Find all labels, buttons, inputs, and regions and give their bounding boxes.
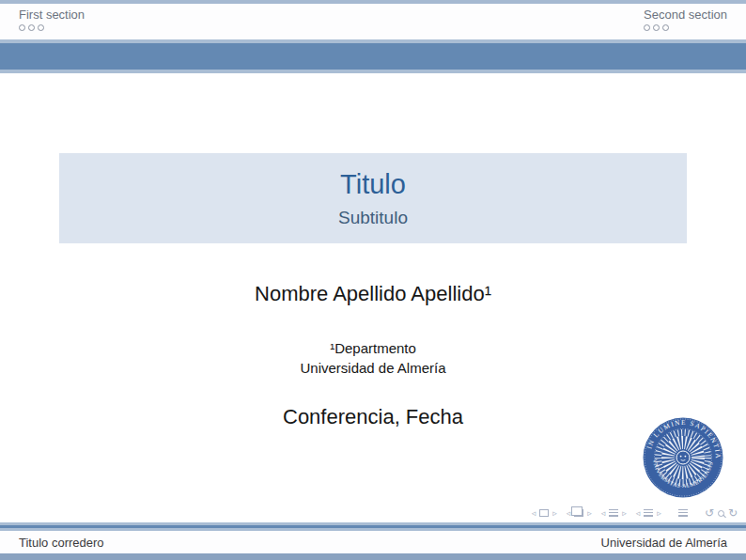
history-nav-group: ↺ ↻ [705,506,738,520]
frame-dot[interactable] [644,24,650,31]
section-left-frame-dots [19,24,85,31]
appendix-nav-group [678,509,688,517]
prev-subsection-icon[interactable]: ◃ [601,506,606,520]
footer: Titulo corredero Universidad de Almería [0,531,746,553]
university-seal-logo: IN LUMINE SAPIENTIA VNIVERSITAS ALMERIEN… [643,417,723,498]
frame-dot[interactable] [662,24,669,31]
section-right-frame-dots [644,24,727,31]
slide-subtitle: Subtitulo [338,208,408,228]
beamer-slide: First section Second section Titulo Subt… [0,0,746,560]
prev-slide-icon[interactable]: ◃ [532,506,536,520]
section-icon[interactable] [644,509,653,517]
seal-sun-face [676,451,690,464]
frame-icon[interactable] [574,509,583,517]
title-block: Titulo Subtitulo [59,153,687,243]
section-header: First section Second section [0,4,746,39]
frame-dot[interactable] [28,24,35,31]
next-slide-icon[interactable]: ▹ [552,506,557,520]
institute-line-department: ¹Departmento [0,338,746,358]
footer-short-title: Titulo corredero [19,536,104,550]
next-frame-icon[interactable]: ▹ [587,506,592,520]
bottom-accent-bar [0,553,746,560]
institute-block: ¹Departmento Universidad de Almería [0,338,746,378]
frame-dot[interactable] [19,24,25,31]
next-section-icon[interactable]: ▹ [657,506,661,520]
navigation-symbols: ◃ ▹ ◃ ▹ ◃ ▹ ◃ ▹ ↺ ↻ [522,506,738,520]
author-name: Nombre Apellido Apellido¹ [0,282,746,306]
frame-dot[interactable] [653,24,660,31]
forward-icon[interactable]: ↻ [728,506,738,520]
frame-dot[interactable] [38,24,44,31]
appendix-icon[interactable] [678,509,688,517]
subsection-nav-group: ◃ ▹ [601,506,627,520]
prev-frame-icon[interactable]: ◃ [567,506,571,520]
next-subsection-icon[interactable]: ▹ [622,506,627,520]
header-band-light-bottom [0,70,746,73]
section-right-label[interactable]: Second section [644,8,727,22]
section-left-label[interactable]: First section [19,8,85,22]
subsection-icon[interactable] [609,509,618,517]
slide-title: Titulo [340,169,406,199]
slide-icon[interactable] [539,509,549,517]
institute-line-university: Universidad de Almería [0,358,746,378]
slide-nav-group: ◃ ▹ [532,506,557,520]
section-nav-group: ◃ ▹ [636,506,661,520]
section-left: First section [19,8,85,39]
section-right: Second section [644,8,727,39]
frame-nav-group: ◃ ▹ [567,506,592,520]
footer-institution: Universidad de Almería [601,536,727,550]
prev-section-icon[interactable]: ◃ [636,506,641,520]
search-icon[interactable] [718,510,724,517]
conference-date: Conferencia, Fecha [0,405,746,429]
back-icon[interactable]: ↺ [705,506,714,520]
header-band-medium [0,43,746,70]
